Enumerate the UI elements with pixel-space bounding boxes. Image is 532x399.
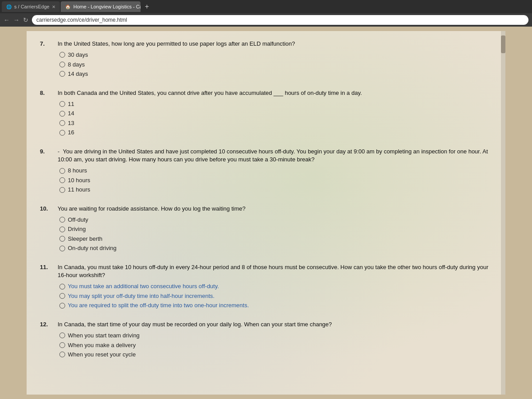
browser-chrome: 🌐 s / CarriersEdge ✕ 🏠 Home - Longview L… (0, 0, 532, 27)
q8-option-4[interactable]: 16 (59, 128, 492, 137)
q11-option-3-label: You are required to split the off-duty t… (68, 301, 249, 310)
q7-option-1[interactable]: 30 days (59, 51, 492, 59)
question-10: 10. You are waiting for roadside assista… (40, 205, 492, 254)
q9-number: 9. (40, 148, 58, 195)
q8-number: 8. (40, 89, 58, 138)
q12-content: In Canada, the start time of your day mu… (58, 321, 492, 360)
q11-radio-3[interactable] (59, 303, 65, 309)
q12-option-1[interactable]: When you start team driving (59, 331, 492, 340)
scrollbar-thumb[interactable] (501, 35, 505, 53)
back-button[interactable]: ← (4, 16, 10, 23)
refresh-button[interactable]: ↻ (23, 16, 28, 23)
forward-button[interactable]: → (13, 16, 20, 23)
q10-radio-2[interactable] (59, 227, 65, 232)
q10-options: Off-duty Driving Sleeper berth On-duty n… (59, 215, 492, 253)
tab-2-icon: 🏠 (65, 4, 70, 9)
q9-option-1-label: 8 hours (68, 166, 87, 175)
q8-radio-1[interactable] (59, 101, 65, 107)
q12-option-2-label: When you make a delivery (68, 341, 136, 350)
q12-text: In Canada, the start time of your day mu… (58, 321, 492, 329)
q9-option-2[interactable]: 10 hours (59, 176, 492, 185)
q10-option-3[interactable]: Sleeper berth (59, 235, 492, 243)
q8-radio-2[interactable] (59, 111, 65, 117)
q10-option-3-label: Sleeper berth (68, 235, 102, 243)
q12-radio-1[interactable] (59, 332, 65, 338)
tab-1[interactable]: 🌐 s / CarriersEdge ✕ (2, 1, 60, 12)
q8-option-2-label: 14 (68, 109, 74, 118)
question-11: 11. In Canada, you must take 10 hours of… (40, 263, 492, 311)
q8-option-1[interactable]: 11 (59, 100, 492, 109)
q11-radio-2[interactable] (59, 293, 65, 299)
q9-text: - You are driving in the United States a… (58, 148, 492, 164)
question-8: 8. In both Canada and the United States,… (40, 89, 492, 138)
q7-text: In the United States, how long are you p… (58, 40, 492, 48)
q8-option-3[interactable]: 13 (59, 119, 492, 128)
q12-option-3-label: When you reset your cycle (68, 350, 136, 359)
q7-option-3[interactable]: 14 days (59, 70, 492, 78)
q7-radio-1[interactable] (59, 52, 65, 58)
q9-option-2-label: 10 hours (68, 176, 90, 185)
q12-number: 12. (40, 321, 58, 360)
question-7: 7. In the United States, how long are yo… (40, 40, 492, 79)
q7-option-2[interactable]: 8 days (59, 60, 492, 69)
q10-option-1-label: Off-duty (68, 215, 88, 224)
q9-radio-2[interactable] (59, 177, 65, 183)
q12-option-2[interactable]: When you make a delivery (59, 341, 492, 350)
q11-text: In Canada, you must take 10 hours off-du… (58, 263, 492, 279)
q9-option-1[interactable]: 8 hours (59, 166, 492, 175)
q7-radio-2[interactable] (59, 62, 65, 67)
q7-options: 30 days 8 days 14 days (59, 51, 492, 78)
tab-1-icon: 🌐 (6, 4, 12, 9)
q9-option-3[interactable]: 11 hours (59, 185, 492, 194)
q10-radio-1[interactable] (59, 217, 65, 223)
q7-radio-3[interactable] (59, 71, 65, 77)
q11-option-1-label: You must take an additional two consecut… (68, 282, 219, 291)
q7-option-1-label: 30 days (68, 51, 88, 59)
q8-radio-3[interactable] (59, 120, 65, 126)
q10-option-2-label: Driving (68, 225, 86, 234)
tab-1-label: s / CarriersEdge (14, 4, 49, 9)
q8-content: In both Canada and the United States, yo… (58, 89, 492, 138)
q10-radio-3[interactable] (59, 236, 65, 242)
q9-options: 8 hours 10 hours 11 hours (59, 166, 492, 194)
tab-2-label: Home - Longview Logistics - Carr (73, 4, 141, 9)
q8-text: In both Canada and the United States, yo… (58, 89, 492, 97)
q7-content: In the United States, how long are you p… (58, 40, 492, 79)
q10-option-4-label: On-duty not driving (68, 244, 117, 253)
q11-option-2[interactable]: You may split your off-duty time into ha… (59, 292, 492, 301)
q12-radio-2[interactable] (59, 342, 65, 348)
q10-option-1[interactable]: Off-duty (59, 215, 492, 224)
q10-text: You are waiting for roadside assistance.… (58, 205, 492, 213)
tab-bar: 🌐 s / CarriersEdge ✕ 🏠 Home - Longview L… (0, 0, 532, 13)
q8-option-4-label: 16 (68, 128, 74, 137)
page-wrapper: 7. In the United States, how long are yo… (0, 27, 532, 399)
tab-2[interactable]: 🏠 Home - Longview Logistics - Carr ✕ (61, 1, 141, 12)
q8-radio-4[interactable] (59, 130, 65, 136)
q9-content: - You are driving in the United States a… (58, 148, 492, 195)
q11-option-3[interactable]: You are required to split the off-duty t… (59, 301, 492, 310)
q9-radio-3[interactable] (59, 187, 65, 193)
url-input[interactable] (32, 15, 528, 25)
q9-option-3-label: 11 hours (68, 185, 90, 194)
address-bar: ← → ↻ (0, 13, 532, 27)
q9-dash: - (58, 148, 59, 155)
q10-option-2[interactable]: Driving (59, 225, 492, 234)
q10-option-4[interactable]: On-duty not driving (59, 244, 492, 253)
q12-option-3[interactable]: When you reset your cycle (59, 350, 492, 359)
q11-option-2-label: You may split your off-duty time into ha… (68, 292, 215, 301)
q7-option-3-label: 14 days (68, 70, 88, 78)
q11-radio-1[interactable] (59, 284, 65, 289)
q12-options: When you start team driving When you mak… (59, 331, 492, 359)
q11-option-1[interactable]: You must take an additional two consecut… (59, 282, 492, 291)
tab-1-close[interactable]: ✕ (52, 4, 55, 9)
q11-content: In Canada, you must take 10 hours off-du… (58, 263, 492, 311)
content-area: 7. In the United States, how long are yo… (27, 31, 505, 395)
q9-radio-1[interactable] (59, 168, 65, 174)
add-tab-button[interactable]: + (141, 1, 152, 12)
q8-option-2[interactable]: 14 (59, 109, 492, 118)
scrollbar[interactable] (501, 31, 505, 395)
q12-radio-3[interactable] (59, 352, 65, 357)
q7-number: 7. (40, 40, 58, 79)
q10-radio-4[interactable] (59, 246, 65, 251)
q8-option-3-label: 13 (68, 119, 74, 128)
